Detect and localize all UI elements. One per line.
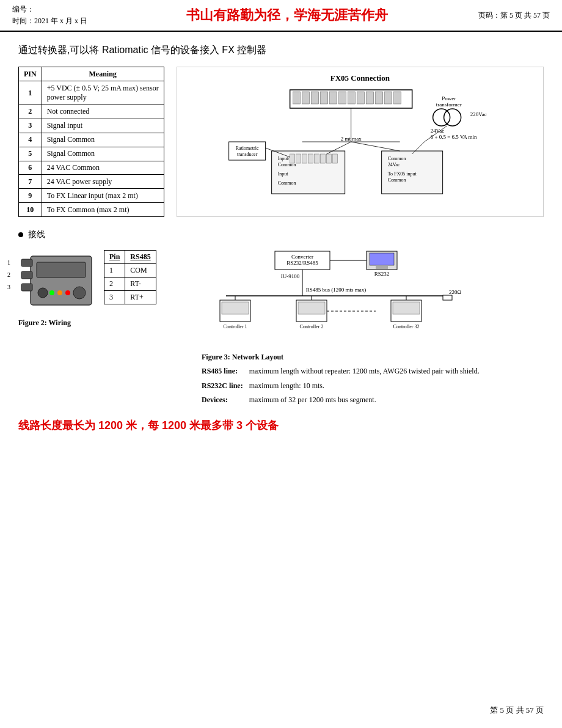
footer-text: 第 5 页 共 57 页 — [490, 705, 544, 715]
svg-rect-34 — [314, 154, 319, 163]
figure3-label: Figure 3: Network Layout — [202, 353, 544, 362]
table-row: 1 +5 VDC (± 0.5 V; 25 mA max) sensorpowe… — [19, 81, 164, 105]
svg-text:Input: Input — [277, 171, 288, 177]
rs232-label: RS232C line: — [202, 380, 249, 394]
svg-text:RS232: RS232 — [374, 271, 390, 277]
svg-rect-36 — [326, 154, 331, 163]
network-diagram-svg: Converter RS232/RS485 RS232 IU-9100 RS48… — [202, 250, 464, 348]
svg-point-57 — [57, 290, 62, 295]
table-row: 3 Signal input — [19, 119, 164, 133]
svg-text:transformer: transformer — [436, 101, 461, 108]
rs485-label: RS485 line: — [202, 366, 249, 380]
svg-rect-9 — [366, 92, 373, 104]
svg-rect-20 — [228, 142, 265, 160]
svg-rect-12 — [393, 92, 401, 104]
svg-text:24Vac: 24Vac — [387, 162, 400, 167]
svg-rect-3 — [311, 92, 318, 104]
devices-label: Devices: — [202, 394, 249, 408]
page-header: 编号： 时间：2021 年 x 月 x 日 书山有路勤为径，学海无涯苦作舟 页码… — [0, 0, 562, 32]
svg-rect-30 — [290, 154, 294, 163]
svg-text:RS232/RS485: RS232/RS485 — [286, 260, 318, 266]
svg-text:Controller 32: Controller 32 — [393, 324, 420, 329]
bullet-label: 接线 — [28, 229, 45, 240]
bullet-dot — [18, 232, 23, 237]
svg-rect-2 — [302, 92, 309, 104]
bottom-section: 1 2 3 — [18, 250, 544, 408]
section-title: 通过转换器,可以将 Ratiomatic 信号的设备接入 FX 控制器 — [18, 44, 544, 57]
device-svg — [18, 250, 98, 311]
table-row: 2 Not connected — [19, 105, 164, 119]
svg-rect-37 — [332, 154, 337, 163]
svg-text:Input/: Input/ — [277, 156, 290, 161]
svg-text:Ratiometric: Ratiometric — [235, 145, 258, 151]
svg-rect-11 — [384, 92, 392, 104]
svg-text:Common: Common — [387, 156, 406, 161]
header-left: 编号： 时间：2021 年 x 月 x 日 — [12, 4, 134, 27]
figure2-label: Figure 2: Wiring — [18, 318, 189, 328]
table-row: 5 Signal Common — [19, 147, 164, 161]
svg-text:6 + 0.5 = 6.5 VA min: 6 + 0.5 = 6.5 VA min — [430, 134, 476, 140]
table-row: 3 RT+ — [104, 291, 156, 304]
svg-rect-33 — [308, 154, 313, 163]
main-content: 通过转换器,可以将 Ratiomatic 信号的设备接入 FX 控制器 PIN … — [0, 32, 562, 445]
svg-rect-74 — [222, 302, 249, 314]
svg-point-56 — [49, 290, 54, 295]
svg-rect-53 — [37, 262, 86, 278]
svg-point-15 — [432, 109, 450, 126]
svg-rect-35 — [320, 154, 325, 163]
svg-point-55 — [38, 288, 48, 298]
svg-text:220Vac: 220Vac — [470, 111, 486, 117]
table-row: 7 24 VAC power supply — [19, 175, 164, 189]
network-info: RS485 line: maximum length without repea… — [202, 366, 544, 408]
svg-point-54 — [73, 287, 86, 299]
pin-col-header: PIN — [19, 67, 42, 81]
svg-rect-1 — [293, 92, 300, 104]
fx05-diagram: FX05 Connection Power transforme — [177, 67, 544, 217]
date-label: 时间：2021 年 x 月 x 日 — [12, 15, 134, 27]
top-section: PIN Meaning 1 +5 VDC (± 0.5 V; 25 mA max… — [18, 67, 544, 217]
header-center: 书山有路勤为径，学海无涯苦作舟 — [134, 4, 440, 27]
id-label: 编号： — [12, 4, 134, 15]
svg-rect-4 — [320, 92, 327, 104]
svg-rect-64 — [376, 266, 388, 269]
table-row: 4 Signal Common — [19, 133, 164, 147]
svg-rect-31 — [296, 154, 301, 163]
svg-rect-10 — [375, 92, 382, 104]
svg-point-16 — [443, 109, 461, 126]
svg-rect-5 — [329, 92, 337, 104]
svg-rect-63 — [370, 253, 394, 265]
highlight-text: 线路长度最长为 1200 米，每 1200 米最多带 3 个设备 — [18, 418, 544, 433]
pin-table: PIN Meaning 1 +5 VDC (± 0.5 V; 25 mA max… — [18, 67, 164, 217]
svg-rect-7 — [348, 92, 355, 104]
table-row: 2 RT- — [104, 278, 156, 291]
svg-text:Controller 1: Controller 1 — [224, 324, 247, 329]
svg-text:Power: Power — [442, 95, 456, 101]
svg-text:IU-9100: IU-9100 — [281, 273, 300, 279]
table-row: 6 24 VAC Common — [19, 161, 164, 175]
rs485-table: Pin RS485 1 COM 2 RT- 3 RT+ — [104, 250, 156, 304]
svg-rect-50 — [21, 259, 32, 267]
svg-text:220Ω: 220Ω — [449, 289, 462, 295]
footer: 第 5 页 共 57 页 — [490, 705, 544, 716]
bottom-right: Converter RS232/RS485 RS232 IU-9100 RS48… — [202, 250, 544, 408]
svg-text:Common: Common — [277, 180, 296, 186]
header-right: 页码：第 5 页 共 57 页 — [440, 4, 550, 27]
svg-rect-78 — [298, 302, 325, 314]
fx05-svg: Power transformer 220Vac 24Vac 6 + 0.5 =… — [183, 87, 537, 209]
svg-rect-52 — [21, 284, 32, 291]
rs232-text: maximum length: 10 mts. — [249, 380, 480, 394]
svg-text:To FX05 input: To FX05 input — [387, 171, 417, 177]
svg-point-58 — [65, 290, 70, 295]
svg-text:Common: Common — [387, 177, 406, 183]
page-info: 页码：第 5 页 共 57 页 — [478, 10, 550, 21]
svg-text:transducer: transducer — [237, 152, 258, 157]
svg-text:RS485 bus (1200 mts max): RS485 bus (1200 mts max) — [306, 287, 367, 293]
svg-rect-83 — [393, 302, 420, 314]
svg-line-46 — [351, 142, 400, 151]
slogan: 书山有路勤为径，学海无涯苦作舟 — [186, 6, 388, 24]
svg-rect-71 — [443, 295, 452, 300]
bottom-left: 1 2 3 — [18, 250, 189, 408]
svg-rect-6 — [338, 92, 346, 104]
fx05-title: FX05 Connection — [183, 73, 537, 83]
svg-rect-32 — [302, 154, 307, 163]
